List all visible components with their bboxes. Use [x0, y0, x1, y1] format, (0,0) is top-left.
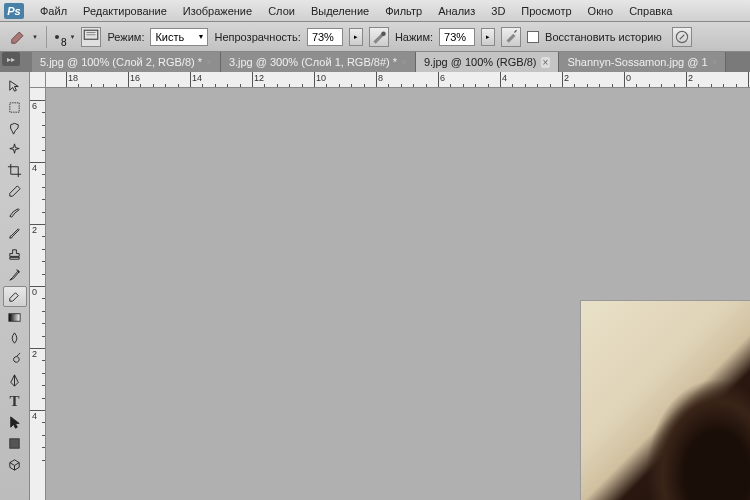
menu-Анализ[interactable]: Анализ — [430, 0, 483, 21]
close-icon[interactable]: × — [541, 57, 551, 68]
magic-wand-tool[interactable] — [3, 139, 27, 160]
close-icon[interactable]: × — [401, 57, 407, 68]
tab-label: 5.jpg @ 100% (Слой 2, RGB/8) * — [40, 56, 202, 68]
tab-label: 9.jpg @ 100% (RGB/8) — [424, 56, 537, 68]
erase-history-checkbox[interactable] — [527, 31, 539, 43]
ruler-vertical[interactable]: 642024 — [30, 88, 46, 500]
brush-preset-picker[interactable]: 8 ▼ — [55, 31, 76, 42]
tab-label: Shannyn-Sossamon.jpg @ 1 — [567, 56, 707, 68]
3d-tool[interactable] — [3, 454, 27, 475]
expand-dock-icon[interactable]: ▸▸ — [2, 52, 20, 66]
path-select-tool[interactable] — [3, 412, 27, 433]
airbrush-button[interactable] — [501, 27, 521, 47]
menu-Файл[interactable]: Файл — [32, 0, 75, 21]
document-tab[interactable]: 9.jpg @ 100% (RGB/8)× — [416, 52, 560, 72]
document-tab[interactable]: 3.jpg @ 300% (Слой 1, RGB/8#) *× — [221, 52, 416, 72]
menu-Справка[interactable]: Справка — [621, 0, 680, 21]
tablet-size-button[interactable] — [672, 27, 692, 47]
blur-tool[interactable] — [3, 328, 27, 349]
menu-Просмотр[interactable]: Просмотр — [513, 0, 579, 21]
tool-preset-dropdown[interactable]: ▼ — [32, 34, 38, 40]
canvas-image[interactable] — [580, 300, 750, 500]
menu-Редактирование[interactable]: Редактирование — [75, 0, 175, 21]
menu-3D[interactable]: 3D — [483, 0, 513, 21]
toolbox: T — [0, 72, 30, 500]
mode-select[interactable]: Кисть — [150, 28, 208, 46]
rectangle-tool[interactable] — [3, 433, 27, 454]
tab-label: 3.jpg @ 300% (Слой 1, RGB/8#) * — [229, 56, 397, 68]
mode-label: Режим: — [107, 31, 144, 43]
svg-rect-4 — [9, 314, 20, 322]
svg-point-1 — [381, 31, 386, 36]
menu-Слои[interactable]: Слои — [260, 0, 303, 21]
ruler-horizontal[interactable]: 18161412108642024 — [46, 72, 750, 88]
canvas-area: 18161412108642024 642024 — [30, 72, 750, 500]
menu-Окно[interactable]: Окно — [580, 0, 622, 21]
document-tab[interactable]: 5.jpg @ 100% (Слой 2, RGB/8) *× — [32, 52, 221, 72]
svg-rect-3 — [10, 103, 19, 112]
flow-arrow[interactable]: ▸ — [481, 28, 495, 46]
pen-tool[interactable] — [3, 370, 27, 391]
eraser-tool[interactable] — [3, 286, 27, 307]
svg-rect-5 — [10, 439, 19, 448]
flow-input[interactable]: 73% — [439, 28, 475, 46]
ruler-origin[interactable] — [30, 72, 46, 88]
menu-Фильтр[interactable]: Фильтр — [377, 0, 430, 21]
crop-tool[interactable] — [3, 160, 27, 181]
lasso-tool[interactable] — [3, 118, 27, 139]
opacity-arrow[interactable]: ▸ — [349, 28, 363, 46]
dodge-tool[interactable] — [3, 349, 27, 370]
gradient-tool[interactable] — [3, 307, 27, 328]
type-tool[interactable]: T — [3, 391, 27, 412]
healing-brush-tool[interactable] — [3, 202, 27, 223]
menu-Выделение[interactable]: Выделение — [303, 0, 377, 21]
opacity-label: Непрозрачность: — [214, 31, 300, 43]
brush-tool[interactable] — [3, 223, 27, 244]
menu-Изображение[interactable]: Изображение — [175, 0, 260, 21]
close-icon[interactable]: × — [712, 57, 718, 68]
stamp-tool[interactable] — [3, 244, 27, 265]
document-tab[interactable]: Shannyn-Sossamon.jpg @ 1× — [559, 52, 726, 72]
app-logo: Ps — [4, 3, 24, 19]
eraser-icon[interactable] — [8, 27, 28, 47]
erase-history-label: Восстановить историю — [545, 31, 662, 43]
close-icon[interactable]: × — [206, 57, 212, 68]
document-tabs: 5.jpg @ 100% (Слой 2, RGB/8) *×3.jpg @ 3… — [0, 52, 750, 72]
eyedropper-tool[interactable] — [3, 181, 27, 202]
menubar: Ps ФайлРедактированиеИзображениеСлоиВыде… — [0, 0, 750, 22]
options-bar: ▼ 8 ▼ Режим: Кисть Непрозрачность: 73% ▸… — [0, 22, 750, 52]
flow-label: Нажим: — [395, 31, 433, 43]
tablet-opacity-button[interactable] — [369, 27, 389, 47]
history-brush-tool[interactable] — [3, 265, 27, 286]
opacity-input[interactable]: 73% — [307, 28, 343, 46]
brush-panel-toggle[interactable] — [81, 27, 101, 47]
move-tool[interactable] — [3, 76, 27, 97]
marquee-tool[interactable] — [3, 97, 27, 118]
